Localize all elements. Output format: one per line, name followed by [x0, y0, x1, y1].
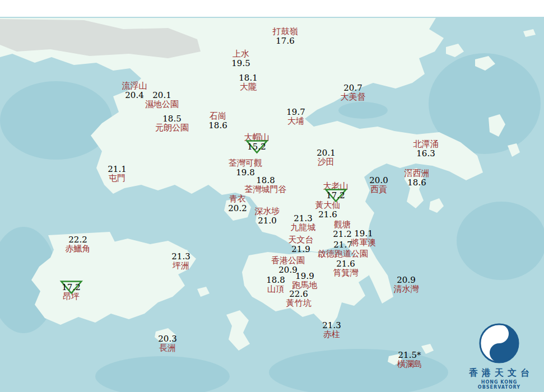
station-黃竹坑: 22.6黃竹坑 [286, 290, 311, 308]
station-大美督: 20.7大美督 [341, 83, 366, 102]
station-name-label: 流浮山 [122, 81, 147, 91]
station-name-label: 大隴 [239, 82, 257, 92]
station-name-label: 坪洲 [171, 261, 190, 270]
station-name-label: 九龍城 [291, 223, 316, 232]
station-min-temp-value: 19.5 [231, 59, 250, 68]
station-name-label: 香港公園 [271, 256, 305, 265]
station-屯門: 21.1屯門 [108, 165, 126, 183]
station-name-label: 荃灣可觀 [229, 158, 262, 168]
station-name-label: 觀塘 [333, 220, 351, 230]
station-name-label: 深水埗 [255, 207, 280, 216]
station-name-label: 西貢 [369, 185, 388, 194]
station-黃大仙: 黃大仙21.6 [315, 200, 341, 219]
station-長洲: 20.3長洲 [158, 334, 176, 353]
station-name-label: 青衣 [228, 194, 247, 204]
station-name-label: 赤柱 [322, 330, 341, 339]
station-min-temp-value: 21.1 [108, 165, 126, 174]
station-min-temp-value: 17.6 [273, 36, 298, 45]
station-大隴: 18.1大隴 [239, 73, 257, 92]
station-min-temp-value: 18.8 [266, 276, 285, 284]
station-深水埗: 深水埗21.0 [255, 207, 280, 225]
station-min-temp-value: 20.1 [317, 148, 335, 157]
station-name-label: 橫瀾島 [397, 360, 422, 369]
station-min-temp-value: 16.3 [413, 149, 439, 158]
station-min-temp-value: 21.0 [255, 216, 280, 225]
station-min-temp-value: 21.3 [291, 214, 316, 223]
station-北潭涌: 北潭涌16.3 [413, 139, 439, 158]
station-min-temp-value: 19.9 [292, 272, 318, 281]
station-min-temp-value: 20.7 [341, 83, 366, 92]
station-name-label: 啟德跑道公園 [318, 249, 368, 259]
station-min-temp-value: 22.2 [66, 235, 91, 244]
station-name-label: 清水灣 [394, 284, 419, 294]
station-沙田: 20.1沙田 [317, 148, 335, 167]
station-橫瀾島: 21.5*橫瀾島 [397, 351, 422, 369]
station-name-label: 山頂 [266, 284, 285, 294]
station-name-label: 北潭涌 [413, 139, 439, 149]
station-min-temp-value: 17.2 [62, 283, 80, 292]
station-打鼓嶺: 打鼓嶺17.6 [273, 27, 298, 45]
logo-name-en: HONG KONG OBSERVATORY [459, 380, 540, 390]
station-min-temp-value: 18.6 [208, 121, 227, 130]
station-name-label: 黃大仙 [315, 200, 341, 210]
station-name-label: 長洲 [158, 343, 176, 353]
hko-logo-icon [478, 323, 520, 364]
station-min-temp-value: 18.1 [239, 73, 257, 82]
station-青衣: 青衣20.2 [228, 194, 247, 213]
station-min-temp-value: 20.3 [158, 334, 176, 343]
station-min-temp-value: 22.6 [286, 290, 311, 298]
station-荃灣可觀: 荃灣可觀19.8 [229, 158, 262, 177]
station-山頂: 18.8山頂 [266, 276, 285, 294]
station-min-temp-value: 21.3 [171, 252, 190, 261]
station-name-label: 將軍澳 [351, 238, 376, 248]
station-min-temp-value: 21.2 [333, 230, 351, 239]
station-荃灣城門谷: 18.8荃灣城門谷 [245, 176, 287, 194]
station-min-temp-value: 21.6 [315, 210, 341, 219]
station-清水灣: 20.9清水灣 [394, 276, 419, 294]
station-name-label: 滘西洲 [404, 169, 430, 178]
station-坪洲: 21.3坪洲 [171, 252, 190, 270]
station-min-temp-value: 18.5 [155, 114, 189, 123]
station-name-label: 天文台 [289, 235, 314, 245]
station-min-temp-value: 20.9 [394, 276, 419, 284]
station-name-label: 濕地公園 [145, 100, 179, 109]
station-min-temp-value: 18.6 [404, 178, 430, 187]
station-name-label: 大埔 [286, 116, 305, 126]
station-元朗公園: 18.5元朗公園 [155, 114, 189, 133]
hko-logo: 香港天文台 HONG KONG OBSERVATORY [459, 323, 540, 390]
station-赤鱲角: 22.2赤鱲角 [66, 235, 91, 254]
station-min-temp-value: 19.7 [286, 108, 305, 116]
station-大埔: 19.7大埔 [286, 108, 305, 126]
station-九龍城: 21.3九龍城 [291, 214, 316, 232]
station-昂坪: 17.2昂坪 [62, 283, 80, 301]
station-name-label: 屯門 [108, 174, 126, 183]
logo-name-zh: 香港天文台 [459, 367, 540, 379]
station-name-label: 石崗 [208, 111, 227, 121]
station-min-temp-value: 20.0 [369, 176, 388, 185]
title-bar [0, 0, 544, 17]
station-濕地公園: 20.1濕地公園 [145, 91, 179, 109]
station-name-label: 元朗公園 [155, 123, 189, 133]
station-石崗: 石崗18.6 [208, 111, 227, 130]
station-min-temp-value: 15.2 [244, 142, 269, 151]
station-將軍澳: 19.1將軍澳 [351, 229, 376, 248]
station-name-label: 打鼓嶺 [273, 27, 298, 36]
station-筲箕灣: 21.6筲箕灣 [333, 259, 359, 278]
station-name-label: 筲箕灣 [333, 268, 359, 278]
min-temperature-map-screen: 昨日(2023年11月30日) 的最低氣溫（攝氏度） 打鼓嶺17.6上水19.5… [0, 0, 544, 392]
station-觀塘: 觀塘21.2 [333, 220, 351, 239]
station-天文台: 天文台21.9 [289, 235, 314, 254]
station-西貢: 20.0西貢 [369, 176, 388, 194]
station-min-temp-value: 21.9 [289, 245, 314, 254]
station-name-label: 黃竹坑 [286, 298, 311, 308]
station-name-label: 赤鱲角 [66, 244, 91, 254]
station-min-temp-value: 18.8 [245, 176, 287, 185]
station-min-temp-value: 21.5* [397, 351, 422, 360]
station-大帽山: 大帽山15.2 [244, 133, 269, 151]
station-大老山: 大老山17.2 [323, 181, 348, 200]
station-name-label: 上水 [231, 49, 250, 59]
station-name-label: 沙田 [317, 157, 335, 167]
station-min-temp-value: 17.2 [323, 191, 348, 200]
station-min-temp-value: 21.6 [333, 259, 359, 268]
station-流浮山: 流浮山20.4 [122, 81, 147, 100]
